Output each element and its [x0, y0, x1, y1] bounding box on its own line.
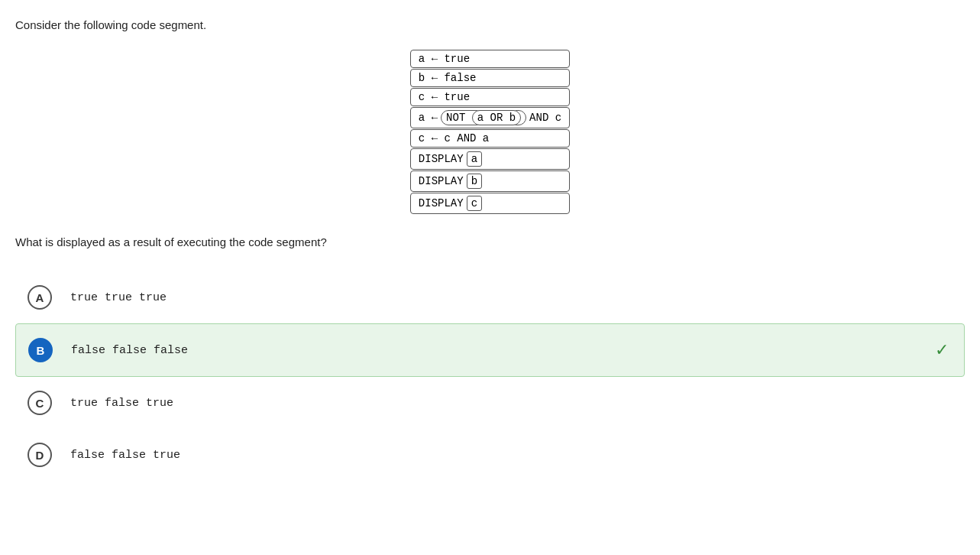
checkmark-icon: ✓ — [935, 340, 949, 360]
option-text-c: true false true — [70, 397, 953, 410]
a-or-b-box: a OR b — [472, 110, 521, 125]
option-label-a: A — [36, 291, 44, 304]
option-circle-a: A — [27, 285, 52, 310]
code-line-8: DISPLAY c — [410, 193, 570, 214]
option-text-d: false false true — [70, 449, 953, 462]
option-circle-c: C — [27, 391, 52, 415]
intro-text: Consider the following code segment. — [15, 18, 965, 31]
code-text-4b: AND c — [529, 112, 561, 124]
code-text-8a: DISPLAY — [419, 197, 464, 209]
display-a-box: a — [467, 151, 482, 167]
not-a-or-b-box: NOT a OR b — [441, 110, 526, 125]
code-block: a ← true b ← false c ← true a ← NOT a OR… — [410, 50, 570, 214]
code-text-7a: DISPLAY — [419, 175, 464, 187]
option-text-a: true true true — [70, 291, 953, 304]
option-text-b: false false false — [71, 344, 952, 357]
code-line-3: c ← true — [410, 88, 570, 106]
options-list: A true true true B false false false ✓ C… — [15, 271, 965, 481]
code-text-3: c ← true — [419, 91, 470, 103]
code-line-4: a ← NOT a OR b AND c — [410, 107, 570, 128]
display-c-box: c — [467, 196, 482, 211]
option-circle-d: D — [27, 443, 52, 467]
option-circle-b: B — [28, 338, 53, 362]
option-row-c[interactable]: C true false true — [15, 377, 965, 429]
option-label-b: B — [37, 344, 45, 357]
option-label-d: D — [36, 449, 44, 462]
code-line-1: a ← true — [410, 50, 570, 68]
option-row-d[interactable]: D false false true — [15, 429, 965, 481]
code-text-1: a ← true — [419, 53, 470, 65]
code-line-7: DISPLAY b — [410, 170, 570, 192]
display-b-box: b — [467, 174, 482, 189]
code-text-4a: a ← — [419, 112, 438, 124]
code-line-2: b ← false — [410, 69, 570, 87]
code-line-5: c ← c AND a — [410, 129, 570, 148]
code-block-wrapper: a ← true b ← false c ← true a ← NOT a OR… — [15, 50, 965, 214]
code-text-5: c ← c AND a — [419, 132, 489, 144]
code-text-2: b ← false — [419, 72, 477, 84]
option-row-b[interactable]: B false false false ✓ — [15, 323, 965, 377]
question-text: What is displayed as a result of executi… — [15, 235, 965, 248]
option-label-c: C — [36, 397, 44, 410]
code-line-6: DISPLAY a — [410, 148, 570, 170]
option-row-a[interactable]: A true true true — [15, 271, 965, 323]
code-text-6a: DISPLAY — [419, 153, 464, 165]
